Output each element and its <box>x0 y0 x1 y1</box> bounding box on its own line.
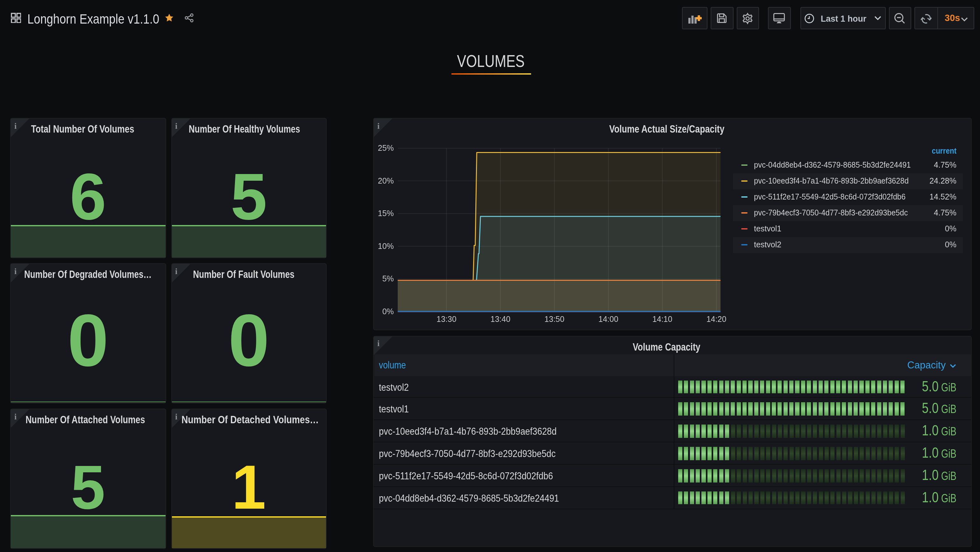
svg-text:5%: 5% <box>382 274 394 283</box>
svg-text:14:00: 14:00 <box>598 314 619 324</box>
svg-text:13:40: 13:40 <box>491 314 511 324</box>
svg-text:14:10: 14:10 <box>652 314 673 324</box>
svg-text:14:20: 14:20 <box>706 314 727 324</box>
svg-text:13:50: 13:50 <box>544 314 565 324</box>
svg-text:0%: 0% <box>382 307 394 316</box>
svg-text:25%: 25% <box>378 144 394 152</box>
svg-text:10%: 10% <box>378 242 394 250</box>
svg-text:20%: 20% <box>378 176 394 185</box>
svg-text:15%: 15% <box>378 209 394 218</box>
svg-text:13:30: 13:30 <box>436 314 457 324</box>
